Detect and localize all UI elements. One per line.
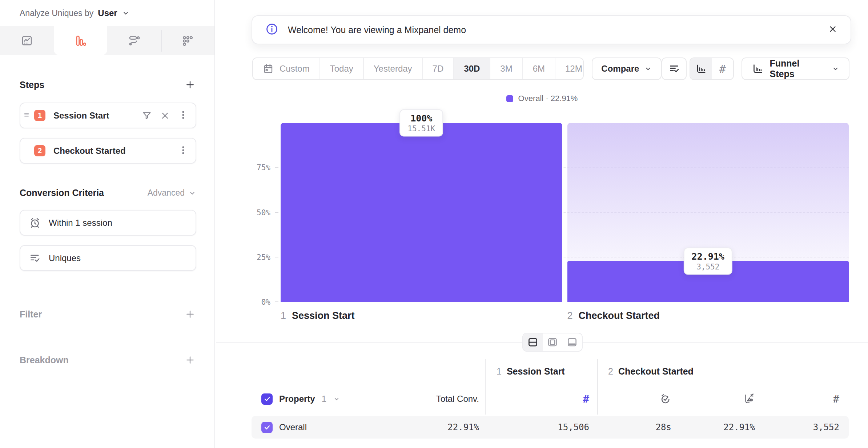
date-range-30d[interactable]: 30D: [454, 58, 490, 79]
number-view-toggle[interactable]: #: [712, 58, 733, 79]
step2-time-value: 28s: [597, 416, 681, 439]
date-range-custom[interactable]: Custom: [253, 58, 320, 79]
step-card-2[interactable]: 2 Checkout Started: [20, 138, 196, 164]
breakdown-table: 1 Session Start 2 Checkout Started Prope…: [252, 359, 849, 439]
analyze-by-control: Analyze Uniques by User: [0, 0, 214, 26]
advanced-toggle[interactable]: Advanced: [148, 188, 196, 198]
drag-handle-icon[interactable]: [23, 112, 30, 120]
chevron-down-icon: [188, 189, 196, 197]
add-step-button[interactable]: [184, 79, 196, 91]
tooltip-percent: 100%: [407, 113, 435, 124]
time-to-convert-icon: [660, 393, 671, 405]
bar-chart-icon: [752, 63, 763, 75]
step2-rate-value: 22.91%: [681, 416, 764, 439]
plus-icon: [185, 309, 195, 319]
breakdown-title: Breakdown: [20, 355, 69, 365]
table-layout-icon: [567, 337, 578, 348]
y-axis-tick-mark: [275, 257, 278, 257]
funnel-analysis-app: Analyze Uniques by User: [0, 0, 868, 448]
compare-button[interactable]: Compare: [592, 57, 662, 80]
chart-legend: Overall · 22.91%: [216, 94, 868, 103]
tooltip-count: 3,552: [692, 263, 724, 271]
split-view-button[interactable]: [523, 333, 543, 351]
add-breakdown-button[interactable]: [184, 354, 196, 366]
step2-time-header[interactable]: [597, 383, 681, 415]
total-conv-value: 22.91%: [367, 416, 485, 439]
table-column-header-row: Property 1 Total Conv. # #: [252, 383, 849, 415]
plus-icon: [185, 355, 195, 365]
funnel-steps-view-selector[interactable]: Funnel Steps: [742, 57, 849, 80]
total-conv-header[interactable]: Total Conv.: [367, 383, 485, 415]
step-event-name[interactable]: Session Start: [53, 111, 142, 121]
bar-tooltip: 100% 15.51K: [399, 109, 443, 137]
table-view-button[interactable]: [562, 333, 582, 351]
group-header-checkout-started: 2 Checkout Started: [597, 359, 849, 383]
chevron-down-icon[interactable]: [333, 395, 340, 403]
row-checkbox[interactable]: [261, 422, 273, 433]
plus-icon: [185, 80, 195, 89]
report-type-tabs: [0, 26, 214, 55]
advanced-label: Advanced: [148, 188, 185, 198]
tooltip-percent: 22.91%: [692, 251, 724, 262]
legend-label: Overall · 22.91%: [518, 94, 578, 103]
step1-count-header[interactable]: #: [485, 383, 597, 415]
y-axis-tick-mark: [275, 301, 278, 302]
funnel-bar-solid[interactable]: [281, 123, 562, 302]
value-display-toggle: #: [690, 57, 734, 80]
analyze-by-label: Analyze Uniques by: [20, 8, 93, 18]
tab-retention[interactable]: [161, 26, 215, 55]
filter-title: Filter: [20, 309, 42, 320]
step-caption: 1 Session Start: [281, 310, 355, 321]
remove-step-icon[interactable]: [160, 111, 170, 121]
date-range-today[interactable]: Today: [320, 58, 364, 79]
property-header-cell[interactable]: Property 1: [252, 383, 367, 415]
step-card-1[interactable]: 1 Session Start: [20, 103, 196, 128]
tooltip-count: 15.51K: [407, 124, 435, 133]
percent-view-toggle[interactable]: [690, 58, 712, 79]
date-range-12m[interactable]: 12M: [555, 58, 584, 79]
date-range-3m[interactable]: 3M: [490, 58, 523, 79]
close-icon: [828, 24, 837, 34]
date-range-6m[interactable]: 6M: [523, 58, 555, 79]
bar-tooltip: 22.91% 3,552: [684, 248, 732, 275]
add-filter-button[interactable]: [184, 308, 196, 320]
funnel-step-column[interactable]: 100% 15.51K 1 Session Start: [281, 123, 562, 302]
step-caption: 2 Checkout Started: [567, 310, 660, 321]
step2-count-header[interactable]: #: [764, 383, 849, 415]
step2-rate-header[interactable]: [681, 383, 764, 415]
flows-icon: [128, 35, 140, 47]
counting-method-card[interactable]: Uniques: [20, 245, 196, 271]
banner-close-button[interactable]: [828, 24, 837, 35]
funnel-chart: 0%25%50%75% 100% 15.51K 1 Session Start …: [281, 123, 849, 302]
date-range-yesterday[interactable]: Yesterday: [364, 58, 423, 79]
chart-layout-icon: [547, 337, 558, 348]
conversion-rate-chart-icon: [743, 393, 755, 405]
conversion-window-card[interactable]: Within 1 session: [20, 210, 196, 236]
chart-view-button[interactable]: [543, 333, 562, 351]
hash-icon: #: [833, 393, 839, 405]
tab-flows[interactable]: [107, 26, 161, 55]
select-all-checkbox[interactable]: [261, 393, 273, 405]
uniques-metric-button[interactable]: [662, 57, 686, 80]
filter-section-header: Filter: [20, 308, 196, 320]
step-menu-icon[interactable]: [178, 145, 188, 155]
table-row-overall[interactable]: Overall 22.91% 15,506 28s 22.91% 3,552: [252, 416, 849, 439]
tab-funnels[interactable]: [54, 26, 108, 55]
steps-section-header: Steps: [20, 79, 196, 91]
y-axis-tick-label: 75%: [257, 163, 270, 172]
step-number-badge: 2: [34, 145, 45, 156]
step-menu-icon[interactable]: [178, 110, 188, 120]
date-range-7d[interactable]: 7D: [423, 58, 454, 79]
chevron-down-icon[interactable]: [122, 9, 130, 17]
demo-banner: Welcome! You are viewing a Mixpanel demo: [252, 15, 851, 44]
funnel-step-column[interactable]: 22.91% 3,552 2 Checkout Started: [567, 123, 849, 302]
step-event-name[interactable]: Checkout Started: [53, 146, 178, 156]
hash-icon: #: [719, 63, 726, 75]
analyze-by-value[interactable]: User: [98, 8, 117, 18]
check-icon: [264, 395, 271, 403]
conversion-criteria-title: Conversion Criteria: [20, 188, 104, 198]
tab-insights[interactable]: [0, 26, 54, 55]
filter-icon[interactable]: [142, 111, 152, 121]
date-range-picker: Custom Today Yesterday 7D 30D 3M 6M 12M: [252, 57, 584, 80]
table-group-header-row: 1 Session Start 2 Checkout Started: [252, 359, 849, 383]
